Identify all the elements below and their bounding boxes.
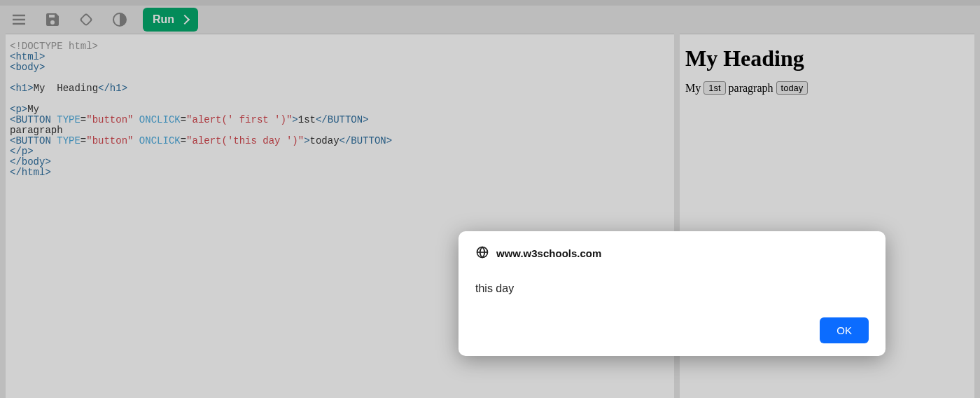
rotate-icon[interactable] [76, 9, 97, 30]
preview-paragraph: My 1st paragraph today [685, 81, 969, 95]
menu-icon[interactable] [8, 9, 29, 30]
alert-origin: www.w3schools.com [496, 247, 601, 259]
preview-text-2: paragraph [729, 82, 774, 95]
save-icon[interactable] [42, 9, 63, 30]
run-button-label: Run [153, 13, 174, 26]
alert-dialog-header: www.w3schools.com [475, 245, 869, 261]
theme-icon[interactable] [109, 9, 130, 30]
alert-actions: OK [475, 317, 869, 343]
preview-button-1st[interactable]: 1st [704, 81, 725, 95]
ok-button[interactable]: OK [820, 317, 869, 343]
svg-rect-3 [80, 14, 92, 26]
alert-message: this day [475, 282, 869, 295]
preview-heading: My Heading [685, 46, 969, 71]
globe-icon [475, 245, 489, 261]
alert-dialog: www.w3schools.com this day OK [458, 231, 886, 356]
chevron-right-icon [180, 15, 190, 25]
code-doctype: <!DOCTYPE html> [10, 41, 98, 52]
run-button[interactable]: Run [143, 8, 198, 32]
toolbar: Run [0, 6, 980, 34]
tab-strip [0, 0, 980, 6]
app-root: Run <!DOCTYPE html> <html> <body> <h1>My… [0, 0, 980, 398]
preview-text-1: My [685, 82, 701, 95]
preview-button-today[interactable]: today [776, 81, 808, 95]
